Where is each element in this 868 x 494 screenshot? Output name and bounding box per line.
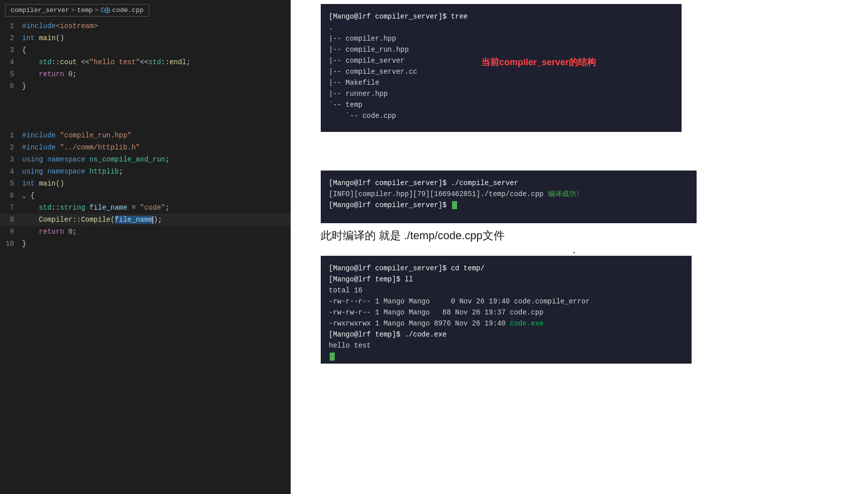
annotation-tree: 当前compiler_server的结构 (481, 57, 596, 68)
code-line-6: 6 } (0, 80, 291, 92)
terminal-tree: [Mango@lrf compiler_server]$ tree . |-- … (321, 4, 682, 132)
breadcrumb-file1: code.cpp (112, 7, 143, 14)
terminal-compile-line-1: [Mango@lrf compiler_server]$ ./compile_s… (329, 178, 689, 189)
terminal-compile-line-2: [INFO][compiler.hpp][79][1669462851]./te… (329, 189, 689, 200)
cc-line-6: 6 ⌄ { (0, 190, 291, 202)
code-line-3: 3 { (0, 44, 291, 56)
terminal-ll: [Mango@lrf compiler_server]$ cd temp/ [M… (321, 256, 692, 364)
terminal-tree-line-1: [Mango@lrf compiler_server]$ tree (329, 11, 674, 22)
code-editor-panel: compiler_server > temp > C⨁ code.cpp 1 #… (0, 0, 291, 494)
terminal-compile-line-3: [Mango@lrf compiler_server]$ (329, 200, 689, 211)
terminal-ll-line-4: -rw-r--r-- 1 Mango Mango 0 Nov 26 19:40 … (329, 296, 684, 307)
terminal-ll-line-1: [Mango@lrf compiler_server]$ cd temp/ (329, 263, 684, 274)
cc-line-7: 7 std::string file_name = "code"; (0, 202, 291, 214)
terminal-tree-line-7: |-- Makefile (329, 77, 674, 88)
code-line-1: 1 #include<iostream> (0, 20, 291, 32)
code-line-5: 5 return 0; (0, 68, 291, 80)
dot-separator: . (571, 246, 577, 256)
code-line-2: 2 int main() (0, 32, 291, 44)
terminal-tree-line-3: |-- compiler.hpp (329, 33, 674, 44)
cc-line-1: 1 #include "compile_run.hpp" (0, 129, 291, 141)
breadcrumb-sep1: > (71, 7, 75, 14)
cc-line-8: 8 Compiler::Compile(file_name); (0, 214, 291, 226)
code-section-cpp: 1 #include<iostream> 2 int main() 3 { 4 … (0, 20, 291, 118)
cc-line-2: 2 #include "../comm/httplib.h" (0, 141, 291, 153)
terminal-ll-line-3: total 16 (329, 285, 684, 296)
terminal-ll-line-6: -rwxrwxrwx 1 Mango Mango 8976 Nov 26 19:… (329, 318, 684, 329)
breadcrumb-path2: temp (77, 7, 93, 14)
breadcrumb-1: compiler_server > temp > C⨁ code.cpp (5, 4, 149, 17)
terminal-compile: [Mango@lrf compiler_server]$ ./compile_s… (321, 171, 697, 223)
terminal-tree-line-6: |-- compile_server.cc (329, 66, 674, 77)
terminal-ll-line-9 (329, 351, 684, 362)
terminal-tree-line-2: . (329, 22, 674, 33)
code-line-4: 4 std::cout <<"hello test"<<std::endl; (0, 56, 291, 68)
cc-line-9: 9 return 0; (0, 226, 291, 238)
right-panel: [Mango@lrf compiler_server]$ tree . |-- … (316, 0, 867, 494)
terminal-tree-line-4: |-- compile_run.hpp (329, 44, 674, 55)
cc-line-5: 5 int main() (0, 178, 291, 190)
breadcrumb-path1: compiler_server (11, 7, 69, 14)
terminal-ll-line-7: [Mango@lrf temp]$ ./code.exe (329, 329, 684, 340)
annotation-middle: 此时编译的 就是 ./temp/code.cpp文件 (321, 228, 505, 243)
terminal-tree-line-9: `-- temp (329, 99, 674, 110)
code-section-cc: 1 #include "compile_run.hpp" 2 #include … (0, 129, 291, 275)
cc-line-10: 10 } (0, 238, 291, 250)
terminal-ll-line-8: hello test (329, 340, 684, 351)
terminal-ll-line-2: [Mango@lrf temp]$ ll (329, 274, 684, 285)
terminal-tree-line-10: `-- code.cpp (329, 110, 674, 121)
cc-line-4: 4 using namespace httplib; (0, 166, 291, 178)
terminal-tree-line-8: |-- runner.hpp (329, 88, 674, 99)
cc-line-3: 3 using namespace ns_compile_and_run; (0, 153, 291, 166)
file-icon-1: C⨁ (101, 7, 110, 14)
terminal-ll-line-5: -rw-rw-r-- 1 Mango Mango 88 Nov 26 19:37… (329, 307, 684, 318)
breadcrumb-sep2: > (95, 7, 99, 14)
